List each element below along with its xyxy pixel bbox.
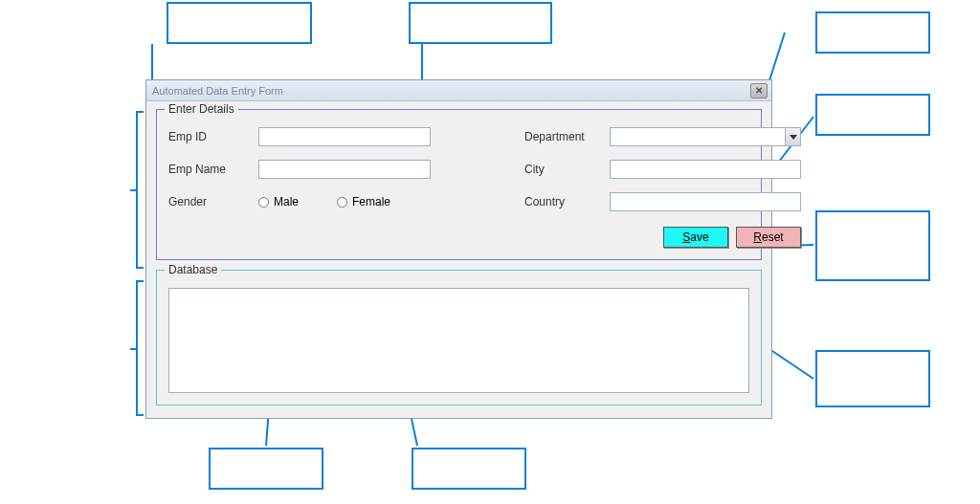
reset-button[interactable]: Reset bbox=[736, 227, 801, 248]
form-grid: Emp ID Department Emp Name City Gender bbox=[168, 127, 749, 248]
callout-box bbox=[167, 2, 312, 44]
gender-label: Gender bbox=[168, 195, 245, 208]
city-label: City bbox=[524, 163, 596, 176]
department-label: Department bbox=[524, 130, 596, 143]
callout-box bbox=[815, 350, 930, 407]
enter-details-legend: Enter Details bbox=[165, 102, 238, 116]
close-button[interactable]: ✕ bbox=[750, 83, 768, 99]
dropdown-arrow-icon[interactable] bbox=[785, 128, 800, 145]
emp-name-label: Emp Name bbox=[168, 163, 245, 176]
gender-male-radio[interactable]: Male bbox=[258, 195, 299, 208]
gender-female-radio[interactable]: Female bbox=[337, 195, 390, 208]
database-frame: Database bbox=[156, 270, 762, 405]
callout-line bbox=[130, 189, 138, 191]
userform-window: Automated Data Entry Form ✕ Enter Detail… bbox=[145, 79, 772, 419]
department-combobox[interactable] bbox=[610, 127, 801, 146]
database-listbox[interactable] bbox=[168, 288, 749, 393]
save-button-label: Save bbox=[682, 230, 708, 244]
titlebar: Automated Data Entry Form ✕ bbox=[146, 80, 771, 101]
radio-icon bbox=[258, 197, 269, 208]
window-body: Enter Details Emp ID Department Emp Name bbox=[146, 101, 771, 418]
radio-icon bbox=[337, 197, 347, 208]
callout-line bbox=[151, 44, 153, 82]
save-button[interactable]: Save bbox=[663, 227, 728, 248]
close-icon: ✕ bbox=[755, 85, 763, 96]
callout-box bbox=[815, 94, 930, 136]
emp-id-input[interactable] bbox=[258, 127, 431, 146]
database-legend: Database bbox=[165, 263, 221, 276]
callout-box bbox=[815, 11, 930, 54]
country-label: Country bbox=[524, 195, 596, 208]
gender-male-label: Male bbox=[274, 195, 299, 208]
emp-name-input[interactable] bbox=[258, 160, 431, 179]
enter-details-frame: Enter Details Emp ID Department Emp Name bbox=[156, 109, 762, 260]
callout-box bbox=[409, 2, 552, 44]
gender-female-label: Female bbox=[352, 195, 390, 208]
callout-box bbox=[209, 448, 323, 490]
window-title: Automated Data Entry Form bbox=[152, 85, 283, 97]
city-input[interactable] bbox=[610, 160, 801, 179]
callout-line bbox=[130, 348, 138, 350]
reset-button-label: Reset bbox=[753, 230, 783, 244]
callout-box bbox=[412, 448, 526, 490]
callout-box bbox=[815, 210, 930, 281]
country-input[interactable] bbox=[610, 192, 801, 211]
emp-id-label: Emp ID bbox=[168, 130, 245, 143]
department-input[interactable] bbox=[610, 127, 801, 146]
